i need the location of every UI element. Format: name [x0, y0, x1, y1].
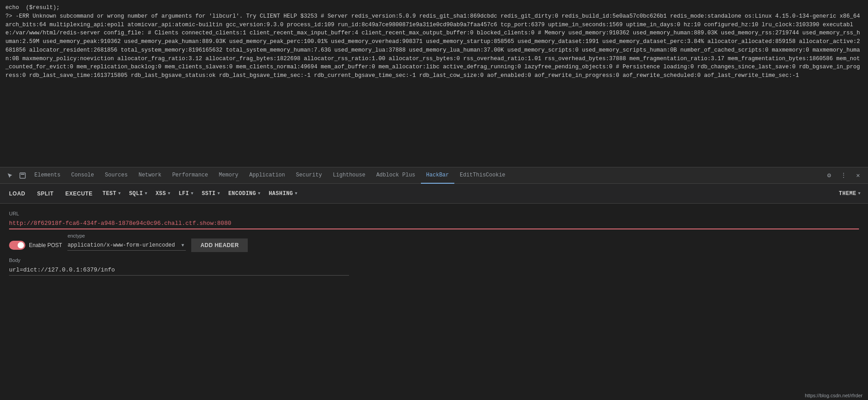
console-line-result: ?> -ERR Unknown subcommand or wrong numb… — [5, 12, 863, 80]
toggle-slider — [9, 241, 25, 250]
hashing-dropdown[interactable]: HASHING ▼ — [265, 188, 301, 200]
tab-adblock-plus[interactable]: Adblock Plus — [371, 167, 420, 184]
settings-icon[interactable]: ⚙ — [823, 169, 835, 182]
tab-security[interactable]: Security — [291, 167, 328, 184]
body-label: Body — [9, 257, 859, 263]
enctype-select[interactable]: application/x-www-form-urlencoded multip… — [67, 240, 186, 251]
inspect-element-icon[interactable] — [16, 169, 29, 182]
split-button[interactable]: SPLIT — [32, 188, 59, 200]
body-input[interactable] — [9, 265, 349, 276]
execute-button[interactable]: EXECUTE — [60, 188, 98, 200]
cursor-icon[interactable] — [4, 169, 16, 182]
post-section: Enable POST enctype application/x-www-fo… — [9, 238, 859, 276]
encoding-dropdown[interactable]: ENCODING ▼ — [225, 188, 264, 200]
encoding-dropdown-arrow: ▼ — [258, 191, 261, 196]
lfi-dropdown[interactable]: LFI ▼ — [175, 188, 197, 200]
tab-console[interactable]: Console — [66, 167, 99, 184]
hackbar-toolbar: LOAD SPLIT EXECUTE TEST ▼ SQLI ▼ XSS ▼ L… — [0, 184, 868, 204]
post-row: Enable POST enctype application/x-www-fo… — [9, 238, 859, 252]
enable-post-toggle[interactable] — [9, 241, 25, 250]
body-section: Body — [9, 257, 859, 276]
tab-sources[interactable]: Sources — [99, 167, 133, 184]
theme-dropdown-arrow: ▼ — [858, 191, 861, 196]
add-header-button[interactable]: ADD HEADER — [191, 238, 248, 252]
load-button[interactable]: LOAD — [4, 188, 31, 200]
tab-application[interactable]: Application — [244, 167, 290, 184]
status-bar: https://blog.csdn.net/rfrder — [799, 391, 868, 400]
more-options-icon[interactable]: ⋮ — [837, 169, 850, 182]
status-url: https://blog.csdn.net/rfrder — [805, 393, 863, 398]
enctype-select-wrapper: enctype application/x-www-form-urlencode… — [67, 240, 186, 251]
hackbar-main: URL Enable POST enctype applicati — [0, 204, 868, 400]
ssti-dropdown[interactable]: SSTI ▼ — [198, 188, 224, 200]
lfi-dropdown-arrow: ▼ — [191, 191, 193, 196]
console-output: echo ($result); ?> -ERR Unknown subcomma… — [0, 0, 868, 167]
tab-editthiscookie[interactable]: EditThisCookie — [454, 167, 511, 184]
devtools-tab-bar: Elements Console Sources Network Perform… — [0, 167, 868, 184]
svg-rect-0 — [20, 173, 25, 178]
tab-network[interactable]: Network — [133, 167, 166, 184]
theme-dropdown[interactable]: THEME ▼ — [835, 188, 864, 200]
hackbar-content: URL Enable POST enctype applicati — [0, 204, 868, 400]
devtools-right-icons: ⚙ ⋮ ✕ — [823, 169, 864, 182]
tab-elements[interactable]: Elements — [29, 167, 66, 184]
tab-lighthouse[interactable]: Lighthouse — [327, 167, 371, 184]
test-dropdown-arrow: ▼ — [118, 191, 121, 196]
xss-dropdown[interactable]: XSS ▼ — [152, 188, 174, 200]
tab-performance[interactable]: Performance — [167, 167, 213, 184]
test-dropdown[interactable]: TEST ▼ — [99, 188, 125, 200]
url-input[interactable] — [9, 218, 859, 229]
sqli-dropdown[interactable]: SQLI ▼ — [125, 188, 151, 200]
url-field-container: URL — [9, 211, 859, 229]
xss-dropdown-arrow: ▼ — [168, 191, 170, 196]
console-line: echo ($result); — [5, 4, 863, 12]
ssti-dropdown-arrow: ▼ — [217, 191, 220, 196]
url-label: URL — [9, 211, 859, 216]
close-icon[interactable]: ✕ — [852, 169, 864, 182]
enable-post-label: Enable POST — [29, 242, 62, 248]
sqli-dropdown-arrow: ▼ — [145, 191, 147, 196]
tab-hackbar[interactable]: HackBar — [421, 167, 454, 184]
tab-memory[interactable]: Memory — [213, 167, 244, 184]
svg-rect-1 — [21, 174, 24, 175]
enctype-label: enctype — [67, 233, 85, 238]
enable-post-toggle-container: Enable POST — [9, 241, 62, 250]
hashing-dropdown-arrow: ▼ — [295, 191, 297, 196]
